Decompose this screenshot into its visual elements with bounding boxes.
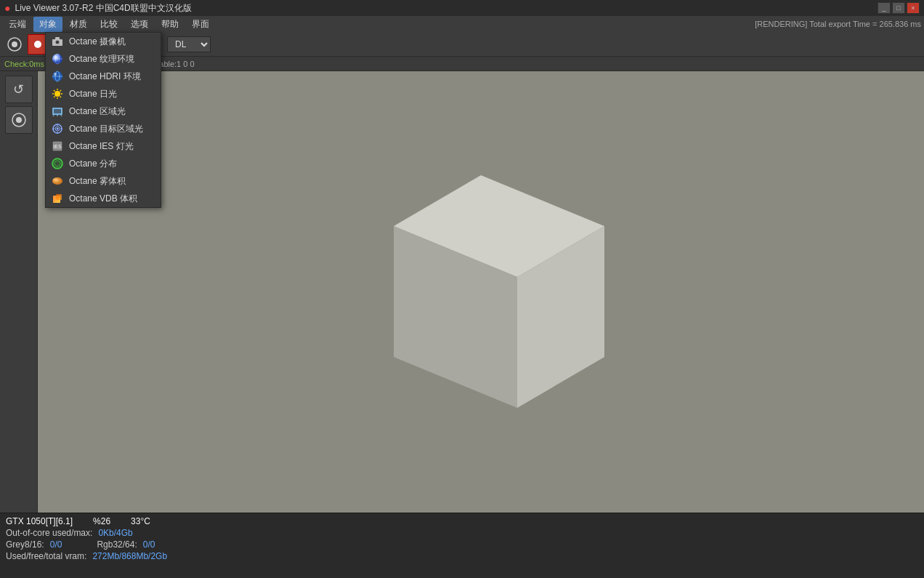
svg-point-50: [53, 178, 57, 181]
sidebar-octane-button[interactable]: [5, 106, 33, 134]
left-sidebar: ↺: [0, 71, 38, 513]
titlebar-title: Live Viewer 3.07-R2 中国C4D联盟中文汉化版: [15, 2, 191, 15]
dropdown-item-scatter[interactable]: Octane 分布: [46, 155, 161, 172]
svg-rect-52: [56, 194, 62, 200]
3d-cube: [336, 124, 626, 430]
svg-rect-34: [53, 108, 62, 114]
dropdown-label-target: Octane 目标区域光: [69, 123, 143, 135]
menu-object[interactable]: 对象: [33, 17, 62, 32]
titlebar: ● Live Viewer 3.07-R2 中国C4D联盟中文汉化版 _ □ ×: [0, 0, 924, 16]
status-row-gpu: GTX 1050[T][6.1] %26 33°C: [6, 516, 918, 526]
svg-point-1: [12, 41, 17, 47]
rendering-status: [RENDERING] Total export Time = 265.836 …: [755, 20, 921, 28]
status-row-vram: Used/free/total vram: 272Mb/868Mb/2Gb: [6, 551, 918, 561]
menu-cloud[interactable]: 云端: [3, 17, 32, 32]
dropdown-item-camera[interactable]: Octane 摄像机: [46, 33, 161, 50]
check-status: Check:0ms: [4, 60, 44, 68]
svg-line-30: [54, 90, 55, 92]
area-light-icon: [52, 105, 63, 117]
rgb32-value: 0/0: [143, 539, 155, 550]
dropdown-item-area[interactable]: Octane 区域光: [46, 103, 161, 120]
svg-line-32: [60, 90, 62, 92]
dropdown-menu: Octane 摄像机 Octane 纹理环境 Octane HDRI 环境: [45, 32, 161, 208]
sidebar-octane-icon: [11, 112, 27, 128]
maximize-button[interactable]: □: [892, 2, 905, 14]
dropdown-label-ies: Octane IES 灯光: [69, 140, 134, 153]
vram-label: Used/free/total vram:: [6, 551, 86, 561]
gpu-label: GTX 1050[T][6.1]: [6, 516, 73, 526]
grey8-value: 0/0: [50, 539, 62, 550]
menu-compare[interactable]: 比较: [94, 17, 123, 32]
env-icon: [52, 53, 63, 65]
svg-point-24: [54, 73, 57, 76]
grey8-label: Grey8/16:: [6, 539, 44, 550]
sidebar-refresh-button[interactable]: ↺: [5, 76, 33, 103]
dropdown-label-scatter: Octane 分布: [69, 158, 117, 170]
outofcore-label: Out-of-core used/max:: [6, 528, 92, 538]
usage-percent: %26: [93, 516, 110, 526]
dropdown-label-sun: Octane 日光: [69, 88, 117, 100]
menu-options[interactable]: 选项: [125, 17, 154, 32]
target-light-icon: [52, 123, 63, 135]
record-icon: [34, 41, 41, 48]
outofcore-value: 0Kb/4Gb: [98, 528, 132, 538]
dropdown-label-env: Octane 纹理环境: [69, 53, 134, 65]
dropdown-item-fog[interactable]: Octane 雾体积: [46, 172, 161, 190]
menu-material[interactable]: 材质: [64, 17, 93, 32]
dropdown-item-hdri[interactable]: Octane HDRI 环境: [46, 68, 161, 85]
titlebar-controls: _ □ ×: [878, 2, 920, 14]
minimize-button[interactable]: _: [878, 2, 891, 14]
vram-value: 272Mb/868Mb/2Gb: [92, 551, 167, 561]
svg-point-17: [57, 41, 59, 44]
dropdown-item-vdb[interactable]: Octane VDB 体积: [46, 190, 161, 207]
menubar: 云端 对象 材质 比较 选项 帮助 界面 [RENDERING] Total e…: [0, 16, 924, 32]
dropdown-label-fog: Octane 雾体积: [69, 175, 126, 188]
dropdown-item-env[interactable]: Octane 纹理环境: [46, 50, 161, 68]
scatter-icon: [52, 158, 63, 169]
menu-help[interactable]: 帮助: [155, 17, 185, 32]
svg-point-40: [57, 128, 59, 130]
viewport: [38, 71, 924, 513]
dropdown-label-hdri: Octane HDRI 环境: [69, 71, 141, 83]
rgb32-label: Rgb32/64:: [97, 539, 137, 550]
camera-icon: [52, 36, 63, 47]
svg-line-33: [54, 97, 55, 98]
status-row-grey: Grey8/16: 0/0 Rgb32/64: 0/0: [6, 539, 918, 550]
menu-interface[interactable]: 界面: [186, 17, 215, 32]
dropdown-item-target[interactable]: Octane 目标区域光: [46, 120, 161, 137]
svg-text:IES: IES: [53, 144, 62, 149]
svg-point-25: [54, 91, 60, 97]
dropdown-label-camera: Octane 摄像机: [69, 36, 126, 48]
vdb-icon: [52, 193, 63, 204]
svg-rect-15: [55, 37, 60, 40]
fog-icon: [52, 175, 63, 187]
dropdown-item-sun[interactable]: Octane 日光: [46, 85, 161, 103]
svg-point-9: [16, 117, 22, 123]
temperature: 33°C: [131, 516, 150, 526]
ies-light-icon: IES: [52, 140, 63, 152]
dropdown-item-ies[interactable]: IES Octane IES 灯光: [46, 137, 161, 155]
sun-icon: [52, 88, 63, 100]
octane-logo-icon: [7, 36, 23, 52]
statusbar: GTX 1050[T][6.1] %26 33°C Out-of-core us…: [0, 513, 924, 578]
titlebar-left: ● Live Viewer 3.07-R2 中国C4D联盟中文汉化版: [4, 2, 192, 15]
app-icon: ●: [4, 2, 10, 14]
svg-line-31: [60, 97, 62, 98]
dropdown-label-area: Octane 区域光: [69, 105, 126, 118]
status-row-outofcore: Out-of-core used/max: 0Kb/4Gb: [6, 528, 918, 538]
dropdown-label-vdb: Octane VDB 体积: [69, 193, 137, 205]
hdri-icon: [52, 71, 63, 82]
octane-logo-button[interactable]: [4, 34, 25, 55]
close-button[interactable]: ×: [907, 2, 920, 14]
channel-select[interactable]: DL: [167, 36, 211, 52]
